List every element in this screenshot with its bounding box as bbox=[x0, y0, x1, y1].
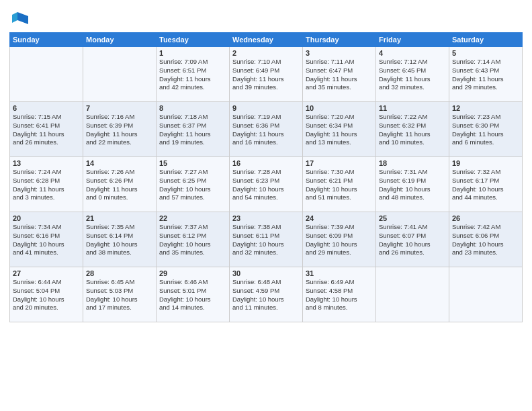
cell-line: Sunrise: 6:45 AM bbox=[86, 278, 153, 287]
cell-line: and 23 minutes. bbox=[452, 248, 519, 257]
calendar-cell: 16Sunrise: 7:28 AMSunset: 6:23 PMDayligh… bbox=[230, 157, 303, 212]
cell-line: Sunrise: 7:20 AM bbox=[306, 113, 373, 122]
cell-line: and 13 minutes. bbox=[306, 138, 373, 147]
cell-line: Daylight: 11 hours bbox=[86, 130, 153, 139]
cell-line: Daylight: 10 hours bbox=[159, 240, 226, 249]
calendar-cell: 5Sunrise: 7:14 AMSunset: 6:43 PMDaylight… bbox=[449, 47, 523, 102]
cell-line: Daylight: 10 hours bbox=[306, 240, 373, 249]
svg-marker-1 bbox=[12, 12, 17, 23]
cell-line: Sunrise: 7:28 AM bbox=[232, 168, 300, 177]
day-number: 12 bbox=[452, 104, 519, 112]
cell-line: Sunrise: 7:41 AM bbox=[379, 223, 446, 232]
cell-line: Sunrise: 7:18 AM bbox=[159, 113, 226, 122]
day-number: 10 bbox=[306, 104, 373, 112]
cell-line: Sunrise: 6:46 AM bbox=[159, 278, 226, 287]
cell-line: Sunrise: 7:15 AM bbox=[13, 113, 80, 122]
cell-line: Sunrise: 7:11 AM bbox=[306, 58, 373, 66]
cell-line: and 16 minutes. bbox=[232, 138, 300, 147]
day-header-sunday: Sunday bbox=[10, 33, 83, 47]
cell-line: Sunrise: 7:14 AM bbox=[452, 58, 519, 66]
day-number: 18 bbox=[379, 159, 446, 167]
calendar-cell: 31Sunrise: 6:49 AMSunset: 4:58 PMDayligh… bbox=[303, 267, 376, 322]
cell-line: Sunset: 6:47 PM bbox=[306, 66, 373, 75]
cell-line: Sunset: 6:11 PM bbox=[232, 232, 300, 240]
cell-line: Daylight: 11 hours bbox=[13, 130, 80, 139]
day-number: 16 bbox=[232, 159, 300, 167]
calendar-cell: 12Sunrise: 7:23 AMSunset: 6:30 PMDayligh… bbox=[449, 102, 523, 157]
cell-line: and 44 minutes. bbox=[452, 193, 519, 202]
cell-line: and 0 minutes. bbox=[86, 193, 153, 202]
cell-line: Sunset: 6:30 PM bbox=[452, 122, 519, 130]
cell-line: Sunset: 5:03 PM bbox=[86, 287, 153, 295]
cell-line: Daylight: 10 hours bbox=[232, 185, 300, 194]
calendar-cell: 21Sunrise: 7:35 AMSunset: 6:14 PMDayligh… bbox=[83, 212, 157, 267]
cell-line: and 38 minutes. bbox=[86, 248, 153, 257]
calendar-cell bbox=[449, 267, 523, 322]
cell-line: Sunrise: 7:09 AM bbox=[159, 58, 226, 66]
cell-line: Daylight: 11 hours bbox=[452, 75, 519, 84]
calendar-cell: 15Sunrise: 7:27 AMSunset: 6:25 PMDayligh… bbox=[157, 157, 230, 212]
cell-line: and 35 minutes. bbox=[159, 248, 226, 257]
days-header-row: SundayMondayTuesdayWednesdayThursdayFrid… bbox=[10, 33, 523, 47]
cell-line: Sunrise: 7:32 AM bbox=[452, 168, 519, 177]
cell-line: Sunset: 6:28 PM bbox=[13, 177, 80, 185]
day-number: 27 bbox=[13, 269, 80, 277]
day-number: 6 bbox=[13, 104, 80, 112]
cell-line: Sunrise: 7:34 AM bbox=[13, 223, 80, 232]
cell-line: and 26 minutes. bbox=[379, 248, 446, 257]
calendar-cell: 14Sunrise: 7:26 AMSunset: 6:26 PMDayligh… bbox=[83, 157, 157, 212]
cell-line: and 57 minutes. bbox=[159, 193, 226, 202]
week-row-3: 13Sunrise: 7:24 AMSunset: 6:28 PMDayligh… bbox=[10, 157, 523, 212]
cell-line: Sunrise: 7:37 AM bbox=[159, 223, 226, 232]
cell-line: and 14 minutes. bbox=[159, 304, 226, 312]
cell-line: Sunset: 6:21 PM bbox=[306, 177, 373, 185]
cell-line: and 48 minutes. bbox=[379, 193, 446, 202]
cell-line: and 26 minutes. bbox=[13, 138, 80, 147]
day-number: 9 bbox=[232, 104, 300, 112]
cell-line: Daylight: 10 hours bbox=[86, 240, 153, 249]
cell-line: and 19 minutes. bbox=[159, 138, 226, 147]
day-number: 24 bbox=[306, 214, 373, 222]
cell-line: Daylight: 10 hours bbox=[379, 240, 446, 249]
day-header-saturday: Saturday bbox=[449, 33, 523, 47]
cell-line: Sunset: 6:49 PM bbox=[232, 66, 300, 75]
day-number: 20 bbox=[13, 214, 80, 222]
cell-line: Sunset: 6:45 PM bbox=[379, 66, 446, 75]
cell-line: Daylight: 10 hours bbox=[306, 295, 373, 304]
day-number: 5 bbox=[452, 49, 519, 57]
cell-line: Sunset: 6:16 PM bbox=[13, 232, 80, 240]
day-number: 28 bbox=[86, 269, 153, 277]
cell-line: Sunset: 6:23 PM bbox=[232, 177, 300, 185]
calendar-cell: 25Sunrise: 7:41 AMSunset: 6:07 PMDayligh… bbox=[376, 212, 449, 267]
logo bbox=[9, 9, 30, 28]
calendar-cell: 27Sunrise: 6:44 AMSunset: 5:04 PMDayligh… bbox=[10, 267, 83, 322]
cell-line: Sunset: 6:39 PM bbox=[86, 122, 153, 130]
cell-line: Daylight: 11 hours bbox=[232, 130, 300, 139]
week-row-5: 27Sunrise: 6:44 AMSunset: 5:04 PMDayligh… bbox=[10, 267, 523, 322]
cell-line: Sunset: 6:14 PM bbox=[86, 232, 153, 240]
day-number: 19 bbox=[452, 159, 519, 167]
page-container: SundayMondayTuesdayWednesdayThursdayFrid… bbox=[0, 0, 532, 411]
cell-line: Sunset: 6:19 PM bbox=[379, 177, 446, 185]
cell-line: Sunrise: 7:42 AM bbox=[452, 223, 519, 232]
day-number: 7 bbox=[86, 104, 153, 112]
day-header-friday: Friday bbox=[376, 33, 449, 47]
calendar-cell: 18Sunrise: 7:31 AMSunset: 6:19 PMDayligh… bbox=[376, 157, 449, 212]
cell-line: and 3 minutes. bbox=[13, 193, 80, 202]
day-number: 4 bbox=[379, 49, 446, 57]
calendar-cell: 24Sunrise: 7:39 AMSunset: 6:09 PMDayligh… bbox=[303, 212, 376, 267]
cell-line: Daylight: 10 hours bbox=[452, 240, 519, 249]
day-header-thursday: Thursday bbox=[303, 33, 376, 47]
day-number: 13 bbox=[13, 159, 80, 167]
calendar-cell: 13Sunrise: 7:24 AMSunset: 6:28 PMDayligh… bbox=[10, 157, 83, 212]
cell-line: Daylight: 11 hours bbox=[306, 75, 373, 84]
cell-line: Daylight: 11 hours bbox=[306, 130, 373, 139]
cell-line: and 20 minutes. bbox=[13, 304, 80, 312]
day-number: 3 bbox=[306, 49, 373, 57]
cell-line: Sunset: 6:43 PM bbox=[452, 66, 519, 75]
cell-line: Sunset: 5:04 PM bbox=[13, 287, 80, 295]
cell-line: Daylight: 10 hours bbox=[452, 185, 519, 194]
cell-line: Sunset: 6:37 PM bbox=[159, 122, 226, 130]
cell-line: and 8 minutes. bbox=[306, 304, 373, 312]
day-header-tuesday: Tuesday bbox=[157, 33, 230, 47]
